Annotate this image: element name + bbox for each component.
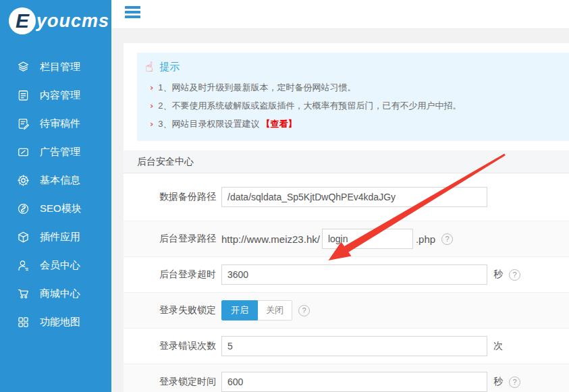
login-timeout-label: 后台登录超时 [124,269,216,281]
sidebar-item-label: 插件应用 [40,231,80,244]
hand-tap-icon: ☝ [145,60,153,74]
view-link[interactable]: 【查看】 [262,115,297,133]
sidebar-item-function-map[interactable]: 功能地图 [0,308,111,336]
backup-path-input[interactable] [221,187,487,207]
sidebar-item-label: 内容管理 [40,89,80,102]
login-timeout-input[interactable] [221,264,487,285]
document-edit-icon [16,117,30,130]
bullet-arrow-icon: › [150,96,153,115]
tip-box: ☝ 提示 › 1、网站及时升级到最新版本，定时备份网站习惯。 › 2、不要使用系… [137,53,569,141]
sidebar-item-seo-module[interactable]: SEO模块 [0,194,111,223]
sidebar-item-label: 栏目管理 [40,61,80,74]
toggle-off-button[interactable]: 关闭 [258,300,292,320]
login-path-prefix: http://www.meiz23.hk/ [221,233,320,245]
backup-path-label: 数据备份路径 [124,191,216,203]
sidebar-item-content-manage[interactable]: 内容管理 [0,81,111,109]
error-times-input[interactable] [221,336,487,356]
sidebar-item-label: 功能地图 [40,316,80,329]
lock-time-input[interactable] [221,372,487,392]
security-form: 数据备份路径 后台登录路径 http://www.meiz23.hk/ .php… [124,173,569,392]
login-timeout-unit: 秒 [493,269,503,281]
tip-list: › 1、网站及时升级到最新版本，定时备份网站习惯。 › 2、不要使用系统破解版或… [145,78,562,133]
help-icon[interactable]: ? [509,269,520,281]
gear-icon [16,173,30,187]
tip-item: › 1、网站及时升级到最新版本，定时备份网站习惯。 [145,78,562,96]
form-row-error-times: 登录错误次数 次 [124,329,569,364]
sidebar-item-label: 广告管理 [40,146,80,159]
tip-title: 提示 [159,61,180,74]
toggle-on-button[interactable]: 开启 [221,300,258,320]
login-path-input[interactable] [322,229,413,249]
error-times-label: 登录错误次数 [124,340,216,352]
help-icon[interactable]: ? [298,305,310,316]
bullet-arrow-icon: › [150,115,153,133]
tip-item: › 2、不要使用系统破解版或盗版插件，大概率有预留后门，已有不少用户中招。 [145,96,562,115]
fail-lock-toggle: 开启 关闭 [221,300,292,320]
form-row-fail-lock: 登录失败锁定 开启 关闭 ? [124,292,569,329]
form-row-login-timeout: 后台登录超时 秒 ? [124,257,569,292]
sidebar-item-label: 基本信息 [40,174,80,187]
sidebar-item-pending-review[interactable]: 待审稿件 [0,109,111,138]
sidebar-item-label: 会员中心 [40,259,80,272]
sidebar-item-column-manage[interactable]: 栏目管理 [0,53,111,81]
error-times-unit: 次 [493,340,503,352]
form-row-login-path: 后台登录路径 http://www.meiz23.hk/ .php ? [124,221,569,257]
content-area: ☝ 提示 › 1、网站及时升级到最新版本，定时备份网站习惯。 › 2、不要使用系… [111,29,569,392]
sidebar: E youcms 栏目管理 内容管理 待审稿件 广告管理 [0,0,111,392]
sidebar-item-label: 商城中心 [40,287,80,300]
grid-icon [16,315,30,329]
logo-letter-icon: E [9,7,36,34]
fail-lock-label: 登录失败锁定 [124,304,216,316]
member-icon [16,258,30,272]
tip-item-text: 2、不要使用系统破解版或盗版插件，大概率有预留后门，已有不少用户中招。 [158,96,461,115]
bullet-arrow-icon: › [150,78,153,96]
sidebar-item-member-center[interactable]: 会员中心 [0,251,111,279]
app-logo[interactable]: E youcms [0,0,111,34]
main-panel: ☝ 提示 › 1、网站及时升级到最新版本，定时备份网站习惯。 › 2、不要使用系… [124,43,569,392]
document-icon [16,88,30,102]
help-icon[interactable]: ? [509,376,520,388]
form-row-backup-path: 数据备份路径 [124,173,569,221]
section-title: 后台安全中心 [124,150,569,173]
sidebar-item-basic-info[interactable]: 基本信息 [0,166,111,194]
login-path-suffix: .php [416,233,435,245]
tip-item-text: 3、网站目录权限设置建议 [158,115,259,133]
sidebar-menu: 栏目管理 内容管理 待审稿件 广告管理 基本信息 [0,53,111,336]
link-circle-icon [16,202,30,215]
sidebar-item-label: 待审稿件 [40,117,80,130]
cube-icon [16,230,30,244]
logo-text: youcms [36,11,109,32]
hamburger-icon[interactable] [125,6,140,20]
sidebar-item-label: SEO模块 [40,202,82,215]
tip-item-text: 1、网站及时升级到最新版本，定时备份网站习惯。 [158,78,356,96]
login-path-label: 后台登录路径 [124,233,216,245]
cart-icon [16,287,30,300]
form-row-lock-time: 登录锁定时间 秒 ? [124,364,569,392]
tip-item: › 3、网站目录权限设置建议 【查看】 [145,115,562,133]
topbar [111,0,569,29]
ad-card-icon [16,145,30,159]
sidebar-item-plugin-app[interactable]: 插件应用 [0,223,111,251]
help-icon[interactable]: ? [441,233,453,245]
lock-time-unit: 秒 [493,376,503,388]
layers-icon [16,60,30,74]
sidebar-item-ad-manage[interactable]: 广告管理 [0,138,111,166]
lock-time-label: 登录锁定时间 [124,376,216,388]
tip-title-row: ☝ 提示 [145,58,562,76]
sidebar-item-mall-center[interactable]: 商城中心 [0,279,111,308]
